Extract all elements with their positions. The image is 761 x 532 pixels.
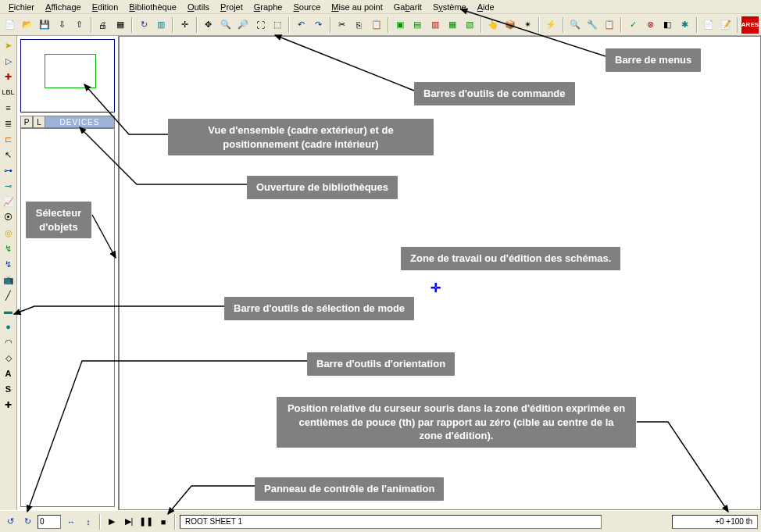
decompose-button[interactable]: ✴ [520,16,535,34]
erc-button[interactable]: ✓ [625,16,641,34]
callout-orientbar: Barre d'outils d'orientation [307,352,455,376]
pause-button[interactable]: ❚❚ [138,514,154,530]
bom-button[interactable]: 📋 [602,16,617,34]
wire-autoroute-button[interactable]: ⚡ [543,16,559,34]
rotate-ccw-button[interactable]: ↺ [2,514,18,530]
subcircuit-mode-button[interactable]: ⊏ [1,132,16,146]
probe-current-button[interactable]: ↯ [1,257,16,271]
origin-button[interactable]: ✛ [177,16,192,34]
component-button[interactable]: ◧ [659,16,675,34]
menu-systeme[interactable]: Système [427,2,472,12]
box-2d-button[interactable]: ▬ [1,304,16,318]
block-move-button[interactable]: ▤ [409,16,425,34]
bus-mode-button[interactable]: ≣ [1,116,16,130]
component-mode-button[interactable]: ▷ [1,54,16,68]
command-toolbar: 📄 📂 💾 ⇩ ⇧ 🖨 ▦ ↻ ▥ ✛ ✥ 🔍 🔎 ⛶ ⬚ ↶ ↷ ✂ ⎘ 📋 … [0,14,761,36]
zoom-area-button[interactable]: ⬚ [270,16,285,34]
l-selector-button[interactable]: L [33,116,45,128]
label-mode-button[interactable]: LBL [1,85,16,99]
paste-button[interactable]: 📋 [369,16,384,34]
ares-button[interactable]: ARES [741,16,759,34]
zoom-all-button[interactable]: ⛶ [252,16,268,34]
object-selector-list[interactable] [20,128,115,507]
print-button[interactable]: 🖨 [95,16,111,34]
callout-overview: Vue d'ensemble (cadre extérieur) et de p… [168,119,434,155]
menu-gabarit[interactable]: Gabarit [388,2,427,12]
pin-mode-button[interactable]: ⊸ [1,179,16,193]
compile-button[interactable]: ✱ [677,16,692,34]
play-button[interactable]: ▶ [104,514,120,530]
open-file-button[interactable]: 📂 [20,16,35,34]
mirror-vertical-button[interactable]: ↕ [80,514,96,530]
overview-pane[interactable] [20,39,115,112]
menu-graphe[interactable]: Graphe [248,2,288,12]
line-2d-button[interactable]: ╱ [1,288,16,302]
notes-button[interactable]: 📝 [718,16,734,34]
junction-mode-button[interactable]: ✚ [1,70,16,84]
redo-button[interactable]: ↷ [311,16,327,34]
menu-bibliotheque[interactable]: Bibliothèque [123,2,182,12]
menu-source[interactable]: Source [288,2,326,12]
script-mode-button[interactable]: ≡ [1,101,16,115]
instant-edit-button[interactable]: ↖ [1,148,16,162]
export-button[interactable]: ⇧ [72,16,88,34]
find-button[interactable]: 🔍 [567,16,583,34]
text-2d-button[interactable]: A [1,366,16,380]
menu-bar: FFichierichier Affichage Edition Bibliot… [0,0,761,14]
cursor-coordinates: +0 +100 th [672,515,758,529]
grid-button[interactable]: ▥ [153,16,169,34]
menu-miseaupoint[interactable]: Mise au point [326,2,388,12]
menu-outils[interactable]: Outils [182,2,215,12]
block-delete-button[interactable]: ▦ [445,16,460,34]
step-button[interactable]: ▶| [121,514,137,530]
marker-mode-button[interactable]: ✚ [1,398,16,412]
menu-fichier[interactable]: FFichierichier [3,2,40,12]
callout-cursorpos: Position relative du curseur souris dans… [277,397,636,448]
menu-affichage[interactable]: Affichage [40,2,87,12]
mirror-horizontal-button[interactable]: ↔ [63,514,79,530]
import-button[interactable]: ⇩ [54,16,70,34]
netlist-button[interactable]: ⊗ [642,16,658,34]
cut-button[interactable]: ✂ [334,16,350,34]
callout-workzone: Zone de travail ou d'édition des schémas… [401,247,620,270]
refresh-button[interactable]: ↻ [136,16,152,34]
mode-toolbar: ➤ ▷ ✚ LBL ≡ ≣ ⊏ ↖ ⊶ ⊸ 📈 ⦿ ◎ ↯ ↯ 📺 ╱ ▬ ● … [0,36,17,510]
tape-mode-button[interactable]: ⦿ [1,210,16,224]
rotate-cw-button[interactable]: ↻ [20,514,35,530]
zoom-out-button[interactable]: 🔎 [235,16,251,34]
pan-button[interactable]: ✥ [201,16,216,34]
package-button[interactable]: 📦 [502,16,518,34]
block-rotate-button[interactable]: ▥ [427,16,442,34]
arc-2d-button[interactable]: ◠ [1,335,16,349]
menu-aide[interactable]: Aide [472,2,500,12]
path-2d-button[interactable]: ◇ [1,351,16,365]
symbol-mode-button[interactable]: S [1,382,16,396]
undo-button[interactable]: ↶ [293,16,309,34]
terminal-mode-button[interactable]: ⊶ [1,163,16,177]
print-area-button[interactable]: ▦ [113,16,128,34]
probe-voltage-button[interactable]: ↯ [1,241,16,255]
stop-button[interactable]: ■ [155,514,171,530]
overview-viewport[interactable] [45,54,96,88]
rotation-angle-field[interactable]: 0 [38,515,61,529]
graph-mode-button[interactable]: 📈 [1,195,16,209]
generator-mode-button[interactable]: ◎ [1,226,16,240]
menu-projet[interactable]: Projet [215,2,248,12]
block-button[interactable]: ▧ [462,16,477,34]
assign-button[interactable]: 🔧 [584,16,600,34]
p-selector-button[interactable]: P [20,116,33,128]
circle-2d-button[interactable]: ● [1,320,16,334]
zoom-in-button[interactable]: 🔍 [218,16,234,34]
menu-edition[interactable]: Edition [87,2,124,12]
virtual-instrument-button[interactable]: 📺 [1,273,16,287]
callout-library: Ouverture de bibliothèques [247,176,398,199]
block-copy-button[interactable]: ▣ [392,16,408,34]
selection-mode-button[interactable]: ➤ [1,38,16,52]
callout-menus: Barre de menus [606,48,701,72]
report-button[interactable]: 📄 [701,16,716,34]
save-button[interactable]: 💾 [37,16,52,34]
new-file-button[interactable]: 📄 [2,16,18,34]
pick-button[interactable]: 👆 [485,16,501,34]
copy-button[interactable]: ⎘ [352,16,367,34]
devices-tab[interactable]: DEVICES [45,116,115,128]
